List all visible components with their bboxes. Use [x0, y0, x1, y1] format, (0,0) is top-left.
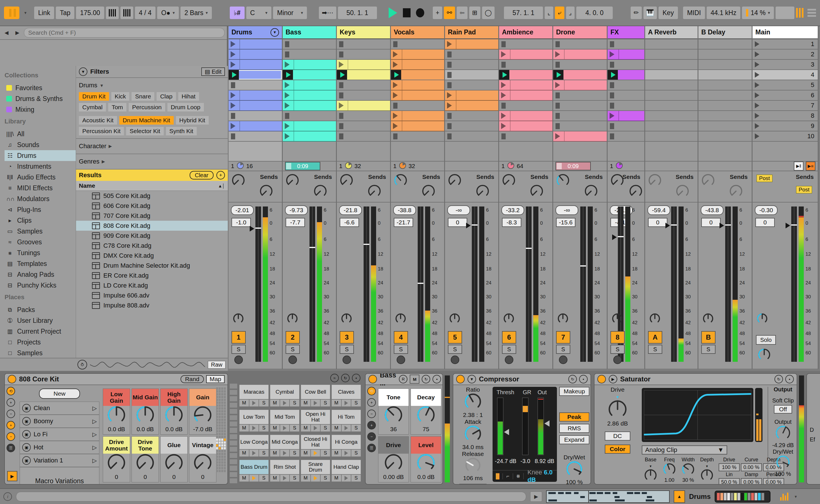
pad-rim-shot[interactable]: Rim ShotMS	[270, 460, 300, 482]
clip-launch-icon[interactable]	[285, 82, 290, 88]
arm-button[interactable]	[451, 356, 459, 364]
pad-snare-drum[interactable]: Snare DrumMS	[301, 460, 330, 482]
clip-stop-button[interactable]	[447, 113, 452, 119]
pad-name[interactable]: Claves	[331, 385, 361, 399]
list-item[interactable]: 606 Core Kit.adg	[76, 201, 228, 211]
pad-mute-button[interactable]: M	[301, 449, 311, 457]
clip-stop-button[interactable]	[339, 92, 343, 98]
clip-launch-icon[interactable]	[501, 82, 506, 88]
track-header[interactable]: A Reverb	[645, 26, 698, 39]
pad-play-button[interactable]	[311, 424, 321, 432]
sat-field-curve[interactable]: Curve0.00 %	[741, 457, 762, 471]
track-activator-6[interactable]: 6	[502, 331, 516, 344]
pad-solo-button[interactable]: S	[351, 424, 361, 432]
clip-launch-icon[interactable]	[285, 92, 290, 98]
softclip-off-button[interactable]: Off	[774, 405, 792, 414]
clip-slot[interactable]	[607, 121, 644, 131]
macro-knob[interactable]	[193, 454, 212, 473]
add-macro-icon[interactable]: +	[7, 398, 15, 407]
scene-launch-icon[interactable]	[755, 123, 759, 129]
pad-play-button[interactable]	[249, 424, 259, 432]
variation-remove-icon[interactable]: −	[7, 432, 15, 441]
solo-button[interactable]: S	[701, 345, 716, 354]
pad-play-button[interactable]	[311, 474, 321, 482]
pan-knob[interactable]	[449, 313, 460, 325]
filter-chip-clap[interactable]: Clap	[156, 92, 176, 101]
pad-name[interactable]: Bass Drum	[239, 460, 269, 474]
variation-row-boomy[interactable]: ▣Boomy▷	[20, 415, 99, 428]
clip-slot[interactable]	[445, 131, 498, 142]
solo-button[interactable]: S	[232, 345, 246, 354]
pad-name[interactable]: Hand Clap	[331, 460, 361, 474]
list-item[interactable]: 909 Core Kit.adg	[76, 231, 228, 241]
clip-stop-button[interactable]	[555, 123, 560, 129]
hot-swap-icon[interactable]: ⟲	[7, 387, 15, 395]
clip-launch-icon[interactable]	[555, 51, 560, 57]
sidebar-item-grooves[interactable]: ≈Grooves	[5, 237, 76, 247]
clip-stop-button[interactable]	[231, 113, 235, 119]
solo-button[interactable]: S	[340, 345, 354, 354]
pad-mute-button[interactable]: M	[239, 449, 249, 457]
variation-capture-icon[interactable]: ▣	[22, 443, 31, 452]
filter-chip-percussion-kit[interactable]: Percussion Kit	[79, 127, 124, 135]
arrangement-view-toggle[interactable]	[807, 9, 816, 17]
pad-name[interactable]: Rim Shot	[270, 460, 300, 474]
clip-slot[interactable]	[229, 131, 282, 142]
clip-slot[interactable]	[391, 49, 444, 60]
send-a-knob[interactable]	[502, 173, 516, 188]
pan-knob[interactable]	[649, 313, 661, 325]
clip-slot[interactable]	[283, 111, 336, 121]
clip-stop-button[interactable]	[610, 133, 614, 139]
clip-stop-button[interactable]	[610, 41, 614, 47]
clip-stop-button[interactable]	[339, 41, 343, 47]
clip-slot[interactable]	[337, 70, 390, 80]
pad-mute-button[interactable]: M	[239, 474, 249, 482]
drywet-knob[interactable]	[566, 461, 582, 479]
pad-mute-button[interactable]: M	[331, 399, 341, 407]
performance-meter-icon[interactable]	[780, 493, 788, 501]
send-b-knob[interactable]	[584, 184, 598, 199]
cue-volume-knob[interactable]	[758, 348, 771, 362]
scene-slot[interactable]: 7	[753, 101, 818, 111]
filters-collapse-icon[interactable]: ▼	[79, 67, 87, 76]
remove-icon[interactable]: −	[367, 410, 376, 418]
track-header[interactable]: Drums▼	[229, 26, 282, 39]
pad-mute-button[interactable]: M	[301, 474, 311, 482]
clip-slot[interactable]	[499, 111, 552, 121]
hot-swap-pads-icon[interactable]: ↻	[341, 374, 350, 382]
session-record-button[interactable]: ◯	[482, 7, 495, 19]
nudge-up-icon[interactable]	[120, 7, 133, 19]
peak-button[interactable]: Peak	[559, 412, 589, 422]
clip-slot[interactable]	[283, 121, 336, 131]
transfer-curve-icon[interactable]: ⌐	[503, 473, 513, 479]
clip-launch-icon[interactable]	[501, 92, 506, 98]
send-b-knob[interactable]	[676, 184, 689, 199]
pad-play-button[interactable]	[280, 424, 290, 432]
clip-slot[interactable]	[607, 101, 644, 111]
macro-gain[interactable]: Gain-7.0 dB	[189, 389, 217, 435]
clip-slot[interactable]	[445, 121, 498, 131]
list-item[interactable]: Drum Machine Selector Kit.adg	[76, 261, 228, 270]
track-fold-icon[interactable]: ▼	[271, 28, 279, 37]
arrangement-record-button[interactable]	[416, 8, 424, 17]
device-activator-led[interactable]	[597, 375, 606, 383]
sidebar-item-mixing[interactable]: Mixing	[5, 104, 76, 115]
key-signature-button[interactable]: ♭#	[230, 7, 245, 19]
sidebar-item-samples[interactable]: ▭Samples	[5, 226, 76, 237]
clip-slot[interactable]	[229, 101, 282, 111]
filter-chip-drum-loop[interactable]: Drum Loop	[167, 103, 204, 111]
volume-fader[interactable]	[791, 206, 797, 362]
knob[interactable]	[644, 469, 657, 483]
field-value[interactable]: 50.0 %	[719, 478, 740, 485]
link-button[interactable]: Link	[34, 7, 54, 19]
pad-play-button[interactable]	[249, 399, 259, 407]
clip-stop-button[interactable]	[447, 72, 452, 78]
scene-slot[interactable]: 2	[753, 49, 818, 60]
shape-select[interactable]: Analog Clip▼	[642, 445, 727, 455]
pad-name[interactable]: Open Hi Hat	[301, 410, 330, 424]
clip-slot[interactable]	[391, 111, 444, 121]
preview-loop-icon[interactable]: ⥁	[77, 360, 87, 369]
clip-stop-button[interactable]	[555, 103, 560, 109]
clip-slot[interactable]	[645, 90, 698, 101]
clip-launch-icon[interactable]	[231, 102, 236, 109]
